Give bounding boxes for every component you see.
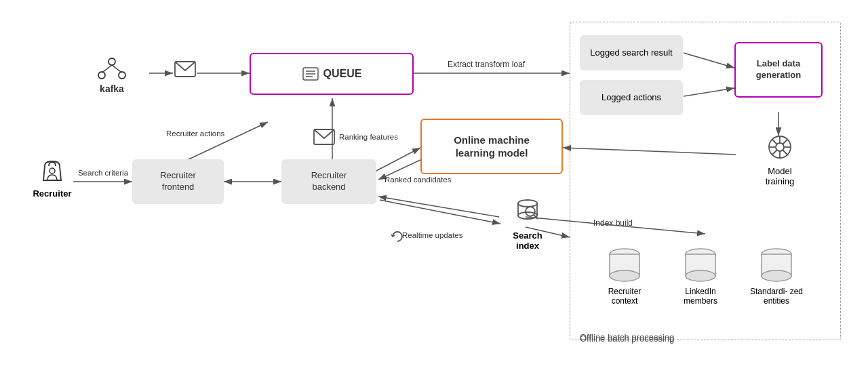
- svg-line-7: [380, 200, 500, 224]
- recruiter-frontend-box: Recruiterfrontend: [132, 159, 224, 204]
- online-ml-box: Online machinelearning model: [420, 119, 563, 174]
- search-index-label: Search index: [500, 230, 555, 251]
- label-data-gen-label: Label data generation: [736, 58, 821, 81]
- kafka-icon: kafka: [81, 56, 142, 94]
- envelope-icon-2: [312, 129, 336, 148]
- svg-line-16: [184, 122, 268, 161]
- queue-label: QUEUE: [323, 67, 362, 81]
- recruiter-context-icon: Recruiter context: [594, 247, 655, 306]
- ranking-features-label: Ranking features: [339, 132, 398, 142]
- recruiter-actions-label: Recruiter actions: [166, 129, 224, 139]
- ranked-candidates-label: Ranked candidates: [384, 175, 451, 185]
- svg-line-43: [772, 140, 777, 144]
- model-training-icon: Model training: [753, 132, 807, 186]
- diagram: Offline batch processing: [0, 0, 868, 366]
- logged-actions-box: Logged actions: [580, 80, 683, 115]
- svg-line-6: [378, 197, 499, 217]
- recruiter-label: Recruiter: [28, 188, 76, 199]
- logged-search-result-label: Logged search result: [590, 47, 672, 59]
- recruiter-backend-label: Recruiterbackend: [311, 170, 347, 193]
- svg-point-19: [108, 58, 115, 65]
- standardized-entities-icon: Standardi- zed entities: [746, 247, 807, 306]
- svg-point-20: [98, 72, 105, 79]
- label-data-gen-box: Label data generation: [734, 42, 823, 98]
- svg-line-4: [376, 148, 420, 171]
- svg-line-23: [112, 65, 121, 72]
- standardized-entities-label: Standardi- zed entities: [746, 287, 807, 306]
- refresh-icon: [391, 230, 403, 245]
- svg-point-49: [610, 270, 639, 281]
- svg-line-46: [772, 150, 777, 155]
- svg-line-22: [103, 65, 112, 72]
- logged-search-result-box: Logged search result: [580, 35, 683, 70]
- recruiter-frontend-label: Recruiterfrontend: [160, 170, 196, 193]
- kafka-label: kafka: [81, 83, 142, 94]
- search-index-icon: Search index: [500, 197, 555, 251]
- recruiter-backend-box: Recruiterbackend: [281, 159, 376, 204]
- svg-point-21: [119, 72, 125, 79]
- svg-line-44: [783, 150, 787, 155]
- search-criteria-label: Search criteria: [76, 168, 130, 178]
- recruiter-context-label: Recruiter context: [594, 287, 655, 306]
- logged-actions-label: Logged actions: [601, 92, 661, 104]
- linkedin-members-label: LinkedIn members: [670, 287, 731, 306]
- realtime-updates-label: Realtime updates: [402, 230, 463, 241]
- svg-point-30: [50, 168, 55, 174]
- offline-batch-label-text: Offline batch processing: [580, 333, 674, 345]
- svg-point-55: [762, 270, 791, 281]
- extract-transform-label: Extract transform loaf: [448, 60, 525, 70]
- index-build-label: Index build: [593, 218, 633, 229]
- svg-point-31: [518, 200, 537, 207]
- queue-box: QUEUE: [250, 53, 414, 95]
- svg-point-35: [526, 207, 535, 216]
- linkedin-members-icon: LinkedIn members: [670, 247, 731, 306]
- envelope-icon-1: [173, 61, 197, 80]
- recruiter-icon: Recruiter: [28, 156, 76, 199]
- svg-line-45: [783, 140, 787, 144]
- online-ml-label: Online machinelearning model: [454, 134, 530, 160]
- svg-point-52: [686, 270, 715, 281]
- model-training-label: Model training: [753, 166, 807, 186]
